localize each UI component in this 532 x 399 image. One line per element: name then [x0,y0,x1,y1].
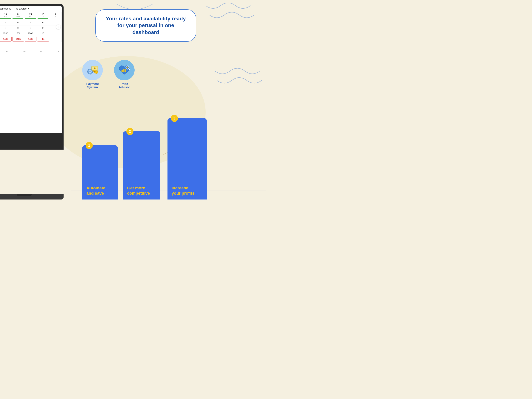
step-2-title: Get morecompetitive [127,185,156,196]
notifications-label: Notifications [0,7,11,10]
features-row: € € € PaymentSystem [82,60,135,89]
day-name-15: Thu [25,16,36,18]
cal-cell-avail-16: 6 [37,20,49,25]
cal-row-booked: 0 0 0 0 0 [0,25,62,31]
cal-cell-avail-s [49,20,62,25]
laptop-base [0,194,63,200]
cal-row-rate: 1500 1500 1500 1500 15 [0,31,62,36]
cal-row-price: 1485 1485 1485 1485 14 [0,36,62,42]
step-2-badge: 2 [126,128,133,135]
cal-row-availability: 6 6 6 6 6 [0,20,62,25]
timeline-mark-11: 11 [40,50,42,53]
hero-bubble: Your rates and availability ready for yo… [95,9,196,42]
cal-cell-price-13: 1485 [0,37,12,42]
svg-rect-22 [121,70,123,72]
svg-text:€: € [96,72,97,74]
svg-rect-7 [90,74,90,75]
day-name-16: Fri [38,16,48,18]
cal-cell-avail-14: 6 [12,20,24,25]
laptop-notch [17,194,32,196]
cal-cell-rate-14: 1500 [12,31,24,36]
laptop-navbar: p 🔔 Notifications The Everest ▾ [0,6,62,12]
nav-hotel-name[interactable]: The Everest ▾ [14,7,29,10]
day-num-16: 16 [38,13,48,16]
cal-cell-rate-16: 15 [37,31,49,36]
cal-cell-avail-13: 6 [0,20,12,25]
step-1-title: Automateand save [86,185,114,196]
step-2-bar: 2 Get morecompetitive [123,131,160,200]
timeline-section: 8 9 10 11 12 [0,46,62,56]
nav-notifications[interactable]: 🔔 Notifications [0,7,11,10]
timeline-mark-12: 12 [57,50,59,53]
cal-col-16: 16 Fri [37,12,49,20]
calendar-header-row: 12 Mon 13 Tue 14 Wed 15 [0,12,62,20]
svg-text:€: € [94,70,95,72]
step-3-title: Increaseyour profits [171,185,203,196]
step-1-bar: 1 Automateand save [82,145,118,200]
step-1-badge: 1 [86,142,93,149]
day-num-s: 1 [50,13,61,16]
day-name-13: Tue [0,16,11,18]
cal-cell-rate-15: 1500 [24,31,37,36]
day-num-15: 15 [25,13,36,16]
cal-cell-booked-16: 0 [37,25,49,31]
timeline-mark-9: 9 [6,50,9,53]
svg-rect-8 [87,71,88,72]
day-num-14: 14 [13,13,23,16]
calendar-section: 12 Mon 13 Tue 14 Wed 15 [0,12,62,42]
day-num-13: 13 [0,13,11,16]
laptop-screen: p 🔔 Notifications The Everest ▾ 12 Mon [0,6,62,133]
svg-point-5 [89,71,91,72]
step-3-badge: 3 [171,115,178,122]
svg-rect-24 [125,69,126,72]
svg-text:€: € [127,67,128,69]
step-3-bar: 3 Increaseyour profits [167,118,207,200]
timeline-mark-10: 10 [23,50,25,53]
laptop-mockup: p 🔔 Notifications The Everest ▾ 12 Mon [0,0,78,200]
svg-text:€: € [94,68,95,69]
price-advisor-label: PriceAdvisor [119,82,130,89]
feature-price-advisor[interactable]: € PriceAdvisor [114,60,135,89]
cal-cell-booked-13: 0 [0,25,12,31]
cal-cell-price-14: 1485 [12,37,24,42]
payment-system-label: PaymentSystem [86,82,99,89]
day-name-s: S [50,16,61,18]
steps-section: 1 Automateand save 2 Get morecompetitive… [71,115,266,200]
cal-cell-avail-15: 6 [24,20,37,25]
cal-cell-price-15: 1485 [25,37,37,42]
hero-text: Your rates and availability ready for yo… [105,15,187,36]
feature-payment-system[interactable]: € € € PaymentSystem [82,60,103,89]
cal-cell-price-s [49,36,62,42]
chevron-down-icon: ▾ [28,8,29,10]
svg-rect-9 [92,71,93,72]
cal-col-13: 13 Tue [0,12,12,20]
cal-cell-rate-s [49,31,62,36]
calendar-next-button[interactable]: › [56,25,61,29]
payment-system-icon-circle: € € € [82,60,103,80]
svg-rect-6 [90,69,90,70]
cal-cell-booked-14: 0 [12,25,24,31]
timeline-row: 8 9 10 11 12 [0,49,59,54]
cal-col-15: 15 Thu [24,12,37,20]
cal-cell-price-16: 14 [37,37,49,42]
price-advisor-icon-circle: € [114,60,135,80]
laptop-frame: p 🔔 Notifications The Everest ▾ 12 Mon [0,4,63,150]
right-content-section: Your rates and availability ready for yo… [71,0,266,200]
cal-col-14: 14 Wed [12,12,24,20]
cal-cell-rate-13: 1500 [0,31,12,36]
day-name-14: Wed [13,16,23,18]
cal-col-s: 1 S [49,12,62,20]
hotel-name-label: The Everest [14,7,27,10]
svg-rect-23 [123,69,125,72]
cal-cell-booked-15: 0 [24,25,37,31]
